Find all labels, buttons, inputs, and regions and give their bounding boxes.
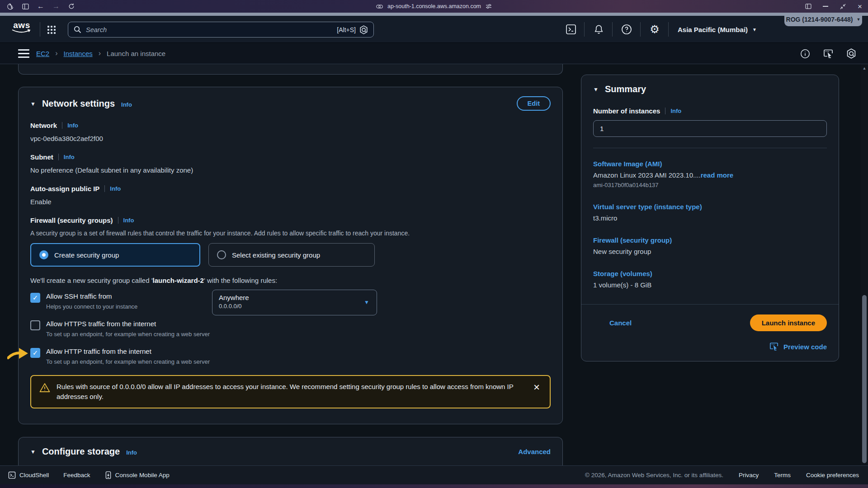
preview-code-icon — [769, 342, 779, 351]
network-settings-panel: ▼ Network settings Info Edit Network Inf… — [18, 87, 563, 424]
edit-button[interactable]: Edit — [517, 96, 551, 111]
info-link[interactable]: Info — [123, 217, 134, 224]
preview-code-button[interactable]: Preview code — [593, 342, 827, 351]
menu-icon[interactable] — [18, 49, 29, 58]
configure-storage-panel: ▼ Configure storage Info Advanced — [18, 437, 563, 465]
info-link[interactable]: Info — [121, 101, 132, 108]
info-circle-icon[interactable] — [800, 49, 810, 59]
info-link[interactable]: Info — [64, 154, 75, 160]
main-content: ▼ Network settings Info Edit Network Inf… — [0, 64, 868, 465]
search-input[interactable] — [86, 26, 337, 33]
warning-triangle-icon — [39, 383, 50, 393]
footer-terms[interactable]: Terms — [774, 472, 791, 479]
checkbox-checked-icon[interactable]: ✓ — [30, 293, 40, 303]
close-icon[interactable]: × — [532, 382, 542, 393]
divider — [581, 304, 839, 305]
footer-feedback[interactable]: Feedback — [63, 472, 90, 479]
global-search[interactable]: [Alt+S] — [68, 22, 374, 38]
preview-code-icon[interactable] — [823, 49, 834, 59]
ssh-source-select[interactable]: Anywhere 0.0.0.0/0 ▼ — [212, 290, 377, 315]
chrome-divider-strip — [0, 13, 868, 16]
mobile-phone-icon — [105, 471, 112, 479]
rule-ssh: ✓ Allow SSH traffic from Helps you conne… — [30, 292, 551, 310]
link-icon — [376, 5, 383, 9]
ami-link[interactable]: Software Image (AMI) — [593, 160, 827, 168]
notifications-button[interactable] — [592, 16, 605, 43]
read-more-link[interactable]: read more — [701, 171, 734, 179]
help-button[interactable] — [620, 16, 633, 43]
instance-count-label: Number of instances — [593, 107, 660, 115]
info-link[interactable]: Info — [67, 122, 78, 129]
tune-icon[interactable] — [486, 4, 492, 9]
account-menu-button[interactable]: ROG (1214-9007-6448) ▼ — [784, 13, 862, 26]
breadcrumb-ec2[interactable]: EC2 — [36, 50, 49, 57]
divider — [665, 108, 665, 114]
browser-chrome: ← → ap-south-1.console.aws.amazon.com — [0, 0, 868, 13]
region-selector[interactable]: Asia Pacific (Mumbai) ▼ — [678, 16, 757, 43]
gear-icon: ⚙ — [650, 23, 660, 36]
auto-assign-ip-value: Enable — [30, 198, 551, 206]
address-bar[interactable]: ap-south-1.console.aws.amazon.com — [0, 0, 868, 13]
console-footer: CloudShell Feedback Console Mobile App ©… — [0, 465, 868, 484]
divider — [62, 122, 62, 129]
aws-logo[interactable]: aws — [11, 21, 32, 33]
footer-cookie-preferences[interactable]: Cookie preferences — [806, 472, 859, 479]
breadcrumb-instances[interactable]: Instances — [64, 50, 93, 57]
minimize-icon[interactable] — [822, 3, 829, 10]
rule-label: Allow SSH traffic from — [46, 292, 137, 300]
divider — [640, 22, 641, 37]
collapse-triangle-icon[interactable]: ▼ — [30, 449, 36, 455]
firewall-description: A security group is a set of firewall ru… — [30, 230, 551, 237]
rule-sub: To set up an endpoint, for example when … — [46, 358, 210, 365]
browser-panel-icon[interactable] — [805, 3, 812, 10]
chevron-right-icon: › — [99, 49, 101, 57]
storage-link[interactable]: Storage (volumes) — [593, 270, 827, 277]
warning-text: Rules with source of 0.0.0.0/0 allow all… — [57, 382, 518, 402]
auto-assign-ip-label: Auto-assign public IP — [30, 185, 99, 192]
ami-id: ami-0317b0f0a0144b137 — [593, 182, 827, 188]
cancel-button[interactable]: Cancel — [609, 319, 632, 327]
info-link[interactable]: Info — [126, 449, 137, 456]
firewall-link[interactable]: Firewall (security group) — [593, 236, 827, 244]
amazon-q-icon[interactable] — [846, 48, 856, 59]
scrollbar[interactable]: ▲ — [861, 64, 868, 465]
terminal-icon — [8, 471, 16, 479]
footer-privacy[interactable]: Privacy — [739, 472, 759, 479]
previous-section-panel — [18, 64, 563, 75]
collapse-triangle-icon[interactable]: ▼ — [593, 86, 599, 93]
scrollbar-up-icon[interactable]: ▲ — [861, 66, 868, 70]
checkbox-checked-icon[interactable]: ✓ — [30, 348, 40, 358]
radio-select-existing-group[interactable]: Select existing security group — [208, 243, 375, 267]
annotation-arrow-icon — [7, 344, 31, 362]
info-link[interactable]: Info — [110, 185, 121, 192]
info-link[interactable]: Info — [670, 108, 681, 114]
cloudshell-button[interactable] — [564, 16, 578, 43]
terminal-icon — [566, 24, 576, 35]
scrollbar-thumb[interactable] — [862, 295, 867, 463]
divider — [104, 185, 105, 192]
search-shortcut: [Alt+S] — [337, 26, 356, 33]
restore-icon[interactable] — [839, 3, 846, 10]
close-icon[interactable]: × — [856, 3, 863, 10]
rule-http: ✓ Allow HTTP traffic from the internet T… — [30, 347, 551, 365]
rule-label: Allow HTTPS traffic from the internet — [46, 320, 210, 328]
radio-selected-icon — [39, 250, 48, 259]
instance-count-input[interactable] — [593, 120, 827, 137]
footer-cloudshell[interactable]: CloudShell — [8, 471, 49, 479]
checkbox-unchecked-icon[interactable] — [30, 320, 40, 330]
advanced-link[interactable]: Advanced — [518, 448, 551, 455]
search-icon — [74, 26, 81, 33]
bell-icon — [594, 24, 604, 35]
copyright-text: © 2026, Amazon Web Services, Inc. or its… — [585, 472, 723, 479]
amazon-q-icon[interactable] — [359, 25, 368, 34]
instance-type-link[interactable]: Virtual server type (instance type) — [593, 203, 827, 211]
divider — [584, 22, 585, 37]
settings-button[interactable]: ⚙ — [648, 16, 661, 43]
radio-create-security-group[interactable]: Create security group — [30, 243, 200, 267]
apps-grid-icon[interactable] — [47, 26, 49, 28]
collapse-triangle-icon[interactable]: ▼ — [30, 101, 36, 107]
footer-mobile-app[interactable]: Console Mobile App — [105, 471, 170, 479]
launch-instance-button[interactable]: Launch instance — [750, 314, 827, 331]
desktop-edge-strip — [0, 484, 868, 488]
breadcrumb: EC2 › Instances › Launch an instance — [36, 49, 165, 57]
